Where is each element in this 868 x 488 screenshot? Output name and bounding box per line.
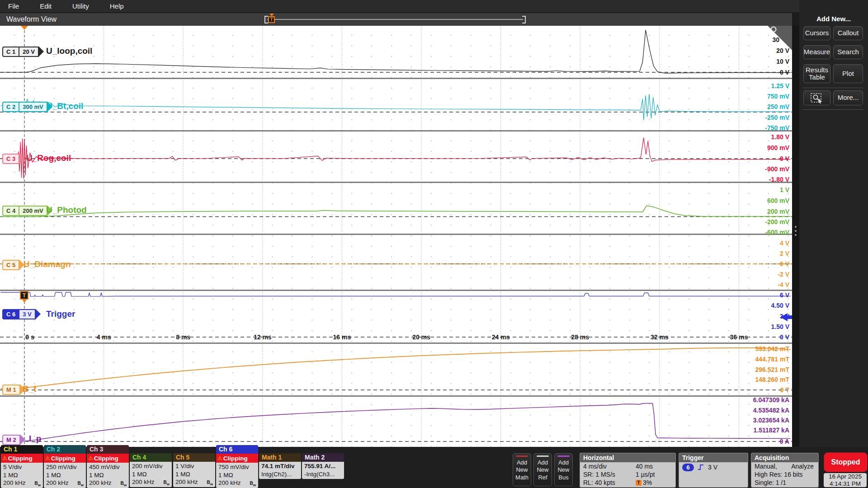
splitter-dot [795, 230, 797, 232]
more-button[interactable]: More... [833, 90, 863, 105]
axis-label-c2: -750 mV [765, 124, 789, 131]
axis-label-c4: 1 V [780, 186, 789, 193]
sidebar-button-results-table[interactable]: Results Table [803, 64, 830, 83]
time-axis-label: 36 ms [730, 333, 748, 341]
time-axis-label: 24 ms [492, 333, 510, 341]
axis-label-c6: 4.50 V [771, 302, 789, 309]
button-add-new-bus[interactable]: AddNewBus [554, 453, 573, 486]
sidebar-button-plot[interactable]: Plot [833, 64, 863, 83]
footer-badge-row: 1 MΩ [132, 470, 172, 479]
time-axis-label: 28 ms [571, 333, 589, 341]
axis-label-c4: -200 mV [765, 218, 789, 225]
channel-badge-c4[interactable]: C 4200 mV [2, 206, 52, 216]
zoom-overview-bar[interactable]: T [264, 16, 526, 23]
horizontal-sample-rate: SR: 1 MS/s [583, 470, 615, 479]
horizontal-window: 40 ms [636, 462, 671, 470]
channel-badge-m1[interactable]: M 1 [2, 385, 25, 395]
footer-badge-header: Ch 5 [173, 453, 215, 462]
waveform-plot[interactable]: 3020 V10 V0 VC 120 VU_loop,coil1.25 V750… [0, 26, 792, 447]
axis-label-c6: 0 V [780, 333, 789, 341]
trigger-position-marker-icon[interactable] [21, 26, 28, 30]
footer-badge-row: 1 MΩ [46, 471, 86, 479]
footer-badge-body: 250 mV/div1 MΩ200 kHzBw [44, 463, 86, 488]
acquisition-panel[interactable]: Acquisition Manual,Analyze High Res: 16 … [751, 453, 819, 488]
button-add-new-ref[interactable]: AddNewRef [533, 453, 552, 486]
channel-badge-c3[interactable]: C 3 [2, 154, 24, 164]
date-text: 16 Apr 2025 [824, 473, 867, 480]
footer-badge-header: Ch 6 [216, 445, 258, 454]
channel-badge-m2[interactable]: M 2 [2, 435, 25, 445]
warning-icon: ⚠ [217, 455, 222, 461]
trigger-level-arrow-icon[interactable] [780, 313, 788, 321]
clipping-warning: ⚠Clipping [87, 454, 129, 463]
footer-badge-row: 5 V/div [3, 463, 43, 471]
channel-badge-c6[interactable]: C 63 V [2, 309, 41, 319]
sidebar-button-callout[interactable]: Callout [833, 26, 863, 40]
axis-label-m2: 0 A [780, 438, 789, 445]
axis-label-m2: 1.511827 kA [754, 427, 789, 434]
run-stop-button[interactable]: Stopped [824, 452, 868, 472]
marquee-zoom-icon [810, 93, 824, 103]
tab-waveform-view[interactable]: Waveform View [6, 15, 57, 23]
channel-badge-id: C 2 [2, 102, 19, 112]
splitter-dot [795, 234, 797, 236]
channel-badge-c5[interactable]: C 5 [2, 260, 24, 270]
footer-badge-ch-5[interactable]: Ch 51 V/div1 MΩ200 kHzBw [173, 453, 215, 487]
menu-help[interactable]: Help [110, 2, 124, 10]
footer-badge-ch-3[interactable]: Ch 3⚠Clipping450 mV/div1 MΩ200 kHzBw [87, 445, 129, 488]
footer-badge-header: Math 2 [302, 453, 344, 462]
footer-badge-body: 1 V/div1 MΩ200 kHzBw [173, 462, 215, 487]
overview-trigger-icon: T [268, 16, 275, 23]
menu-bar: FileEditUtilityHelp [0, 0, 868, 12]
trigger-source-badge: 6 [682, 464, 694, 471]
trigger-panel[interactable]: Trigger 6 3 V [679, 453, 748, 488]
axis-label-c5: -2 V [778, 271, 789, 278]
panel-splitter[interactable] [792, 26, 799, 447]
horizontal-panel-title: Horizontal [580, 453, 675, 462]
time-axis-label: 20 ms [412, 333, 430, 341]
sidebar-button-cursors[interactable]: Cursors [803, 26, 830, 40]
footer-badge-ch-4[interactable]: Ch 4200 mV/div1 MΩ200 kHzBw [130, 453, 172, 487]
channel-badge-id: C 5 [2, 260, 19, 270]
footer-badge-row: 1 V/div [175, 462, 215, 470]
menu-edit[interactable]: Edit [40, 2, 52, 10]
axis-label-c6: 1.50 V [771, 323, 789, 330]
sidebar-button-search[interactable]: Search [833, 45, 863, 59]
footer-badge-ch-1[interactable]: Ch 1⚠Clipping5 V/div1 MΩ200 kHzBw [1, 445, 43, 488]
footer-badge-row: 200 kHzBw [132, 478, 172, 486]
button-add-new-math[interactable]: AddNewMath [513, 453, 531, 486]
axis-label-c4: 600 mV [767, 197, 789, 204]
waveform-traces-svg [0, 26, 792, 447]
zoom-corner-button[interactable] [768, 26, 792, 50]
footer-badge-ch-2[interactable]: Ch 2⚠Clipping250 mV/div1 MΩ200 kHzBw [44, 445, 86, 488]
bandwidth-indicator: Bw [35, 479, 41, 488]
footer-badge-header: Ch 4 [130, 453, 172, 462]
channel-badge-c2[interactable]: C 2300 mV [2, 102, 52, 112]
axis-label-m1: 0 T [780, 386, 789, 394]
sidebar-divider [803, 109, 863, 110]
axis-label-c3: 900 mV [767, 144, 789, 151]
overview-right-bracket[interactable] [522, 16, 526, 23]
zoom-select-tool-button[interactable] [803, 90, 830, 105]
menu-file[interactable]: File [8, 2, 19, 10]
channel-name-m2: I_p [29, 434, 41, 444]
axis-label-c6: 6 V [780, 291, 789, 299]
footer-badge-row: 200 kHzBw [46, 479, 86, 487]
slice-separator [0, 130, 792, 131]
axis-label-c4: -600 mV [765, 229, 789, 236]
channel-name-c2: U_Bt,coil [46, 101, 83, 111]
bandwidth-indicator: Bw [207, 479, 213, 487]
time-axis-label: 16 ms [333, 333, 351, 341]
footer-badge-math-1[interactable]: Math 174.1 mT/divIntg(Ch2)... [259, 453, 301, 479]
channel-badge-c1[interactable]: C 120 V [2, 47, 44, 57]
menu-utility[interactable]: Utility [72, 2, 89, 10]
footer-badge-math-2[interactable]: Math 2755.91 A/...-Intg(Ch3... [302, 453, 344, 479]
trigger-source-icon[interactable]: T [20, 291, 28, 300]
overview-left-bracket[interactable] [264, 16, 268, 23]
footer-badge-header: Math 1 [259, 453, 301, 462]
sidebar-button-measure[interactable]: Measure [803, 45, 830, 59]
horizontal-panel[interactable]: Horizontal 4 ms/div40 ms SR: 1 MS/s1 µs/… [580, 453, 676, 488]
datetime-display[interactable]: 16 Apr 2025 4:14:31 PM [824, 473, 867, 487]
bandwidth-indicator: Bw [250, 479, 256, 488]
footer-badge-ch-6[interactable]: Ch 6⚠Clipping750 mV/div1 MΩ200 kHzBw [216, 445, 258, 488]
